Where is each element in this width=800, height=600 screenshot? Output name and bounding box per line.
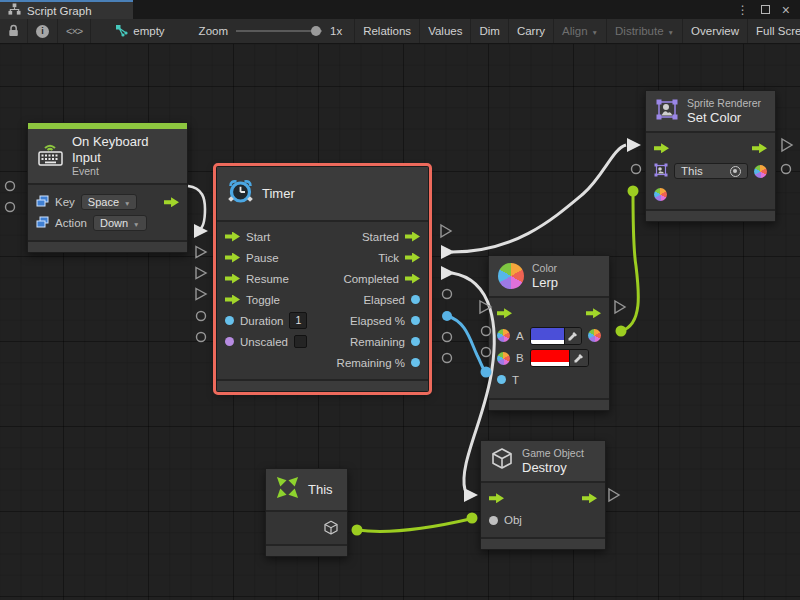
node-color-lerp[interactable]: Color Lerp A: [488, 255, 610, 411]
node-header[interactable]: On Keyboard Input Event: [28, 129, 187, 185]
flow-in-port[interactable]: [497, 308, 512, 318]
color-a-swatch[interactable]: [531, 328, 564, 344]
target-picker-icon[interactable]: [730, 166, 741, 177]
port-keyboard-action-ext[interactable]: [6, 203, 15, 212]
port-timer-remaining-pct-ext[interactable]: [443, 354, 452, 363]
port-timer-tick-connected[interactable]: [441, 245, 455, 259]
eyedropper-button[interactable]: [569, 350, 588, 366]
color-in-port[interactable]: [497, 329, 510, 342]
value-out-port[interactable]: [411, 295, 420, 304]
target-field[interactable]: This: [674, 163, 748, 179]
port-this-out-connected[interactable]: [352, 525, 363, 536]
port-timer-resume-ext[interactable]: [196, 268, 206, 279]
relations-button[interactable]: Relations: [355, 19, 420, 43]
bool-in-port[interactable]: [225, 337, 234, 346]
value-out-port[interactable]: [411, 358, 420, 367]
object-in-port[interactable]: [489, 516, 498, 525]
value-in-port[interactable]: [225, 316, 234, 325]
flow-out-port[interactable]: [752, 143, 767, 153]
close-icon[interactable]: ×: [782, 3, 790, 17]
dim-button[interactable]: Dim: [471, 19, 508, 43]
flow-out-port[interactable]: [405, 274, 420, 284]
port-timer-elapsed-ext[interactable]: [443, 290, 452, 299]
port-destroy-obj-connected[interactable]: [467, 513, 478, 524]
port-timer-elapsed-pct-connected[interactable]: [442, 311, 452, 321]
port-destroy-flow-in-connected[interactable]: [464, 488, 478, 502]
color-b-swatch[interactable]: [531, 350, 569, 366]
lock-button[interactable]: [0, 19, 28, 43]
zoom-slider[interactable]: [236, 25, 322, 37]
wire-lerp-to-setcolor-color[interactable]: [621, 192, 638, 331]
port-timer-toggle-ext[interactable]: [196, 289, 206, 300]
node-header[interactable]: Timer: [217, 167, 428, 222]
values-button[interactable]: Values: [420, 19, 471, 43]
value-out-port[interactable]: [411, 337, 420, 346]
value-out-port[interactable]: [411, 316, 420, 325]
color-in-port[interactable]: [497, 352, 510, 365]
zoom-slider-handle[interactable]: [311, 26, 321, 36]
code-view-button[interactable]: <×>: [58, 19, 91, 43]
wire-keyboard-to-timer-start[interactable]: [188, 186, 205, 230]
port-lerp-color-out-connected[interactable]: [616, 326, 627, 337]
color-out-port[interactable]: [754, 165, 767, 178]
port-setcolor-flow-out-ext[interactable]: [782, 139, 792, 151]
carry-button[interactable]: Carry: [509, 19, 554, 43]
flow-out-port[interactable]: [582, 493, 597, 503]
overview-button[interactable]: Overview: [683, 19, 748, 43]
color-a-control[interactable]: [530, 327, 582, 345]
graph-reference-button[interactable]: empty: [107, 19, 172, 43]
flow-in-port[interactable]: [225, 274, 240, 284]
eyedropper-button[interactable]: [564, 328, 581, 344]
node-set-color[interactable]: Sprite Renderer Set Color: [645, 90, 776, 222]
node-header[interactable]: Game Object Destroy: [481, 441, 605, 483]
node-header[interactable]: This: [266, 469, 347, 512]
port-timer-completed-connected[interactable]: [441, 266, 455, 280]
key-dropdown[interactable]: Space ▼: [81, 194, 138, 210]
node-header[interactable]: Color Lerp: [489, 256, 609, 298]
graph-canvas[interactable]: On Keyboard Input Event Key Space ▼: [0, 44, 800, 600]
port-setcolor-flow-in-connected[interactable]: [627, 138, 641, 152]
fullscreen-button[interactable]: Full Screen: [748, 19, 800, 43]
flow-in-port[interactable]: [225, 232, 240, 242]
flow-in-port[interactable]: [489, 493, 504, 503]
duration-field[interactable]: 1: [289, 312, 307, 329]
info-button[interactable]: i: [28, 19, 58, 43]
flow-out-port[interactable]: [405, 232, 420, 242]
value-in-port[interactable]: [497, 375, 506, 384]
node-destroy[interactable]: Game Object Destroy Obj: [480, 440, 606, 550]
port-timer-duration-ext[interactable]: [197, 312, 206, 321]
node-on-keyboard-input[interactable]: On Keyboard Input Event Key Space ▼: [27, 122, 188, 253]
wire-this-to-destroy-obj[interactable]: [357, 519, 470, 531]
wire-elapsed-pct-to-lerp-t[interactable]: [447, 316, 486, 372]
node-timer[interactable]: Timer Start Started Pause Tick: [216, 166, 429, 392]
flow-out-port[interactable]: [405, 253, 420, 263]
color-out-port[interactable]: [588, 329, 601, 342]
port-keyboard-key-ext[interactable]: [6, 182, 15, 191]
object-out-port[interactable]: [323, 520, 339, 536]
port-setcolor-target-ext[interactable]: [632, 165, 641, 174]
port-timer-started-ext[interactable]: [441, 225, 451, 237]
port-timer-pause-ext[interactable]: [196, 247, 206, 258]
flow-in-port[interactable]: [654, 143, 669, 153]
flow-out-port[interactable]: [586, 308, 601, 318]
port-timer-unscaled-ext[interactable]: [197, 333, 206, 342]
unscaled-checkbox[interactable]: [294, 335, 307, 348]
port-setcolor-color-out-ext[interactable]: [782, 165, 791, 174]
wire-tick-to-setcolor[interactable]: [452, 145, 626, 252]
color-b-control[interactable]: [530, 349, 589, 367]
zoom-slider-track[interactable]: [236, 30, 322, 32]
port-timer-remaining-ext[interactable]: [443, 333, 452, 342]
action-dropdown[interactable]: Down ▼: [93, 215, 147, 231]
port-destroy-flow-out-ext[interactable]: [609, 489, 619, 501]
node-this[interactable]: This: [265, 468, 348, 557]
port-setcolor-color-in-connected[interactable]: [628, 186, 639, 197]
node-header[interactable]: Sprite Renderer Set Color: [646, 91, 775, 133]
tab-script-graph[interactable]: Script Graph: [0, 0, 133, 19]
color-in-port[interactable]: [654, 188, 667, 201]
flow-in-port[interactable]: [225, 253, 240, 263]
port-lerp-flow-out-ext[interactable]: [615, 301, 625, 313]
maximize-icon[interactable]: [761, 5, 770, 14]
flow-out-port[interactable]: [164, 197, 179, 207]
flow-in-port[interactable]: [225, 295, 240, 305]
menu-icon[interactable]: ⋮: [737, 4, 749, 16]
